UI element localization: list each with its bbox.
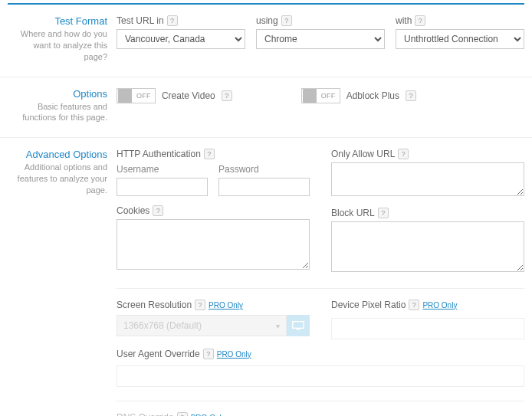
help-icon[interactable]: ? xyxy=(281,15,292,26)
help-icon[interactable]: ? xyxy=(406,90,416,101)
help-icon[interactable]: ? xyxy=(153,205,163,216)
cookies-textarea[interactable] xyxy=(117,219,310,270)
advanced-desc: Additional options and features to analy… xyxy=(8,162,107,196)
pro-link[interactable]: PRO Only xyxy=(422,301,457,310)
only-allow-textarea[interactable] xyxy=(331,162,524,196)
test-format-desc: Where and how do you want to analyze thi… xyxy=(8,28,107,63)
help-icon[interactable]: ? xyxy=(222,90,232,101)
help-icon[interactable]: ? xyxy=(398,149,409,159)
using-label: using xyxy=(256,15,278,26)
block-url-label: Block URL xyxy=(331,208,375,218)
test-format-title: Test Format xyxy=(8,15,107,27)
help-icon[interactable]: ? xyxy=(167,15,178,26)
chevron-down-icon: ▾ xyxy=(276,322,280,330)
http-auth-label: HTTP Authentication xyxy=(117,149,201,159)
pro-link[interactable]: PRO Only xyxy=(209,301,243,310)
options-section: Options Basic features and functions for… xyxy=(0,77,532,139)
with-label: with xyxy=(396,15,412,26)
options-desc: Basic features and functions for this pa… xyxy=(8,101,107,124)
dns-override-label: DNS Override xyxy=(117,412,174,416)
block-url-textarea[interactable] xyxy=(331,221,524,272)
test-url-select[interactable]: Vancouver, Canada xyxy=(117,29,245,49)
device-pixel-label: Device Pixel Ratio xyxy=(331,300,406,310)
password-label: Password xyxy=(218,164,310,175)
screen-icon[interactable] xyxy=(287,315,310,336)
options-title: Options xyxy=(8,88,107,100)
help-icon[interactable]: ? xyxy=(415,15,425,26)
advanced-section: Advanced Options Additional options and … xyxy=(0,138,532,416)
help-icon[interactable]: ? xyxy=(409,300,419,310)
adblock-label: Adblock Plus xyxy=(346,90,399,101)
create-video-label: Create Video xyxy=(162,90,215,101)
username-input[interactable] xyxy=(117,178,208,196)
adblock-toggle[interactable]: OFF xyxy=(301,88,340,103)
help-icon[interactable]: ? xyxy=(177,412,188,416)
connection-select[interactable]: Unthrottled Connection xyxy=(396,29,524,49)
svg-rect-0 xyxy=(293,322,304,329)
browser-select[interactable]: Chrome xyxy=(256,29,385,49)
test-url-label: Test URL in xyxy=(117,15,164,26)
cookies-label: Cookies xyxy=(117,205,149,216)
help-icon[interactable]: ? xyxy=(203,349,214,359)
ua-override-input[interactable] xyxy=(117,365,524,387)
help-icon[interactable]: ? xyxy=(195,300,205,310)
help-icon[interactable]: ? xyxy=(378,208,389,218)
svg-rect-1 xyxy=(296,329,300,329)
password-input[interactable] xyxy=(218,178,310,196)
screen-res-label: Screen Resolution xyxy=(117,300,192,310)
advanced-title: Advanced Options xyxy=(8,149,107,160)
device-pixel-input[interactable] xyxy=(331,318,524,339)
screen-res-select: 1366x768 (Default)▾ xyxy=(117,315,287,336)
help-icon[interactable]: ? xyxy=(204,149,215,159)
username-label: Username xyxy=(117,164,208,175)
create-video-toggle[interactable]: OFF xyxy=(117,88,156,103)
ua-override-label: User Agent Override xyxy=(117,349,200,359)
pro-link[interactable]: PRO Only xyxy=(217,350,251,359)
only-allow-label: Only Allow URL xyxy=(331,149,395,159)
test-format-section: Test Format Where and how do you want to… xyxy=(0,5,532,77)
